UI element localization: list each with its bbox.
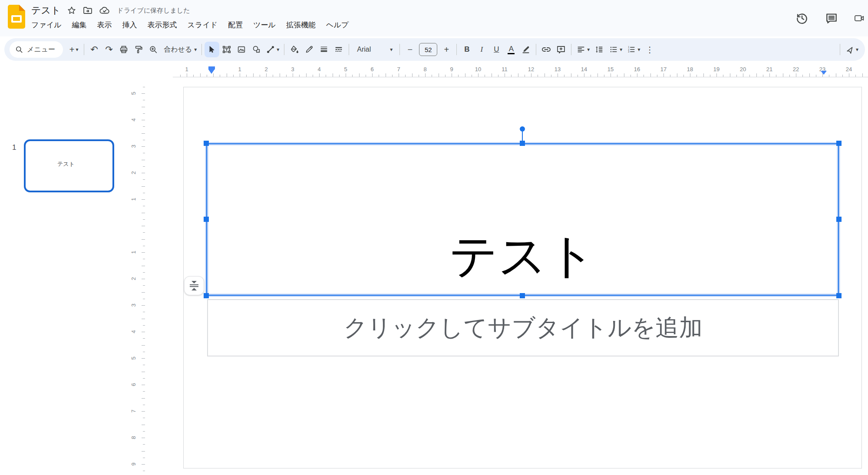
bold-button[interactable]: B bbox=[459, 42, 474, 57]
comments-icon[interactable] bbox=[825, 11, 838, 25]
menu-file[interactable]: ファイル bbox=[26, 18, 67, 32]
highlight-color-button[interactable] bbox=[518, 42, 533, 57]
increase-font-size-button[interactable]: + bbox=[439, 42, 454, 57]
bulleted-list-caret-icon[interactable]: ▾ bbox=[620, 46, 622, 53]
version-history-icon[interactable] bbox=[795, 11, 809, 25]
subtitle-placeholder-text: クリックしてサブタイトルを追加 bbox=[343, 312, 702, 344]
menu-slide[interactable]: スライド bbox=[182, 18, 223, 32]
zoom-fit-button[interactable]: 合わせる▾ bbox=[161, 42, 199, 57]
menu-help[interactable]: ヘルプ bbox=[321, 18, 354, 32]
ruler-tick bbox=[498, 75, 498, 77]
ruler-tick bbox=[657, 75, 657, 77]
ruler-tick bbox=[142, 398, 145, 399]
slides-logo-icon[interactable] bbox=[8, 5, 25, 29]
new-slide-caret-icon[interactable]: ▾ bbox=[76, 46, 78, 53]
text-box-button[interactable] bbox=[219, 42, 234, 57]
resize-handle-bottom-left[interactable] bbox=[204, 293, 209, 298]
ruler-number: 2 bbox=[130, 171, 137, 174]
menu-search-button[interactable]: メニュー bbox=[10, 41, 63, 58]
insert-link-button[interactable] bbox=[539, 42, 554, 57]
move-to-folder-icon[interactable] bbox=[83, 5, 93, 16]
resize-handle-bottom-center[interactable] bbox=[520, 293, 525, 298]
redo-button[interactable]: ↷ bbox=[102, 42, 116, 57]
rotation-handle[interactable] bbox=[520, 126, 525, 132]
ruler-tick bbox=[142, 345, 145, 346]
menu-format[interactable]: 表示形式 bbox=[142, 18, 182, 32]
star-icon[interactable] bbox=[67, 6, 76, 15]
resize-handle-top-right[interactable] bbox=[836, 141, 842, 146]
ruler-number: 5 bbox=[130, 356, 137, 360]
undo-button[interactable]: ↶ bbox=[87, 42, 102, 57]
border-weight-button[interactable] bbox=[317, 42, 331, 57]
fill-color-button[interactable] bbox=[287, 42, 302, 57]
menu-extensions[interactable]: 拡張機能 bbox=[281, 18, 321, 32]
resize-handle-top-center[interactable] bbox=[520, 141, 525, 146]
menu-arrange[interactable]: 配置 bbox=[223, 18, 248, 32]
document-title[interactable]: テスト bbox=[31, 4, 61, 17]
menu-edit[interactable]: 編集 bbox=[67, 18, 92, 32]
title-textbox-selection[interactable] bbox=[206, 143, 839, 296]
menu-tools[interactable]: ツール bbox=[248, 18, 281, 32]
ruler-tick bbox=[142, 160, 145, 160]
resize-handle-middle-right[interactable] bbox=[836, 217, 842, 222]
pointer-tool-caret-icon[interactable]: ▾ bbox=[856, 46, 858, 53]
resize-handle-top-left[interactable] bbox=[204, 141, 209, 146]
ruler-number: 20 bbox=[740, 66, 746, 73]
font-family-button[interactable]: Arial ▾ bbox=[352, 42, 397, 57]
pointer-tool-button[interactable]: ▾ bbox=[843, 42, 861, 57]
subtitle-placeholder-box[interactable]: クリックしてサブタイトルを追加 bbox=[207, 299, 839, 356]
ruler-tick bbox=[511, 75, 512, 77]
italic-button[interactable]: I bbox=[474, 42, 489, 57]
slide-thumbnail[interactable]: テスト bbox=[24, 139, 114, 192]
ruler-tick bbox=[432, 75, 432, 77]
print-button[interactable] bbox=[116, 42, 131, 57]
ruler-tick bbox=[558, 73, 558, 77]
add-comment-button[interactable] bbox=[554, 42, 568, 57]
underline-button[interactable]: U bbox=[489, 42, 504, 57]
zoom-button[interactable] bbox=[146, 42, 161, 57]
slide-thumbnail-title: テスト bbox=[26, 160, 106, 168]
bulleted-list-button[interactable]: ▾ bbox=[607, 42, 624, 57]
paint-format-button[interactable] bbox=[131, 42, 146, 57]
ruler-number: 7 bbox=[130, 409, 137, 412]
insert-shape-button[interactable] bbox=[249, 42, 264, 57]
border-dash-button[interactable] bbox=[331, 42, 346, 57]
numbered-list-button[interactable]: 123 ▾ bbox=[624, 42, 642, 57]
meet-camera-icon[interactable] bbox=[854, 11, 868, 25]
menu-bar: ファイル 編集 表示 挿入 表示形式 スライド 配置 ツール 拡張機能 ヘルプ bbox=[26, 18, 354, 32]
new-slide-button[interactable]: +▾ bbox=[66, 42, 81, 57]
left-indent-marker-icon[interactable] bbox=[208, 69, 215, 74]
right-indent-marker-icon[interactable] bbox=[821, 71, 827, 75]
ruler-number: 2 bbox=[264, 66, 267, 73]
select-tool-button[interactable] bbox=[205, 42, 219, 57]
line-caret-icon[interactable]: ▾ bbox=[277, 46, 279, 53]
decrease-font-size-button[interactable]: − bbox=[403, 42, 417, 57]
align-caret-icon[interactable]: ▾ bbox=[587, 46, 590, 53]
ruler-tick bbox=[842, 75, 843, 77]
insert-line-button[interactable]: ▾ bbox=[264, 42, 281, 57]
ruler-tick bbox=[862, 73, 863, 77]
menu-view[interactable]: 表示 bbox=[92, 18, 117, 32]
line-spacing-button[interactable] bbox=[592, 42, 607, 57]
border-color-button[interactable] bbox=[302, 42, 317, 57]
indent-marker-rect[interactable] bbox=[208, 66, 215, 69]
ruler-tick bbox=[143, 378, 145, 379]
cloud-saved-icon[interactable] bbox=[99, 5, 110, 16]
resize-handle-bottom-right[interactable] bbox=[836, 293, 842, 298]
align-button[interactable]: ▾ bbox=[574, 42, 592, 57]
text-color-button[interactable]: A bbox=[504, 42, 518, 57]
ruler-tick bbox=[142, 319, 145, 319]
insert-image-button[interactable] bbox=[234, 42, 249, 57]
horizontal-ruler[interactable]: 1123456789101112131415161718192021222324 bbox=[173, 65, 868, 77]
spacing-drag-handle[interactable] bbox=[184, 276, 204, 295]
ruler-tick bbox=[723, 75, 723, 77]
ruler-tick bbox=[143, 87, 145, 87]
more-options-button[interactable]: ⋮ bbox=[642, 42, 657, 57]
ruler-tick bbox=[372, 73, 373, 77]
resize-handle-middle-left[interactable] bbox=[204, 217, 209, 222]
vertical-ruler[interactable]: 12345123456789 bbox=[129, 77, 147, 475]
font-size-input[interactable]: 52 bbox=[419, 43, 437, 56]
numbered-list-caret-icon[interactable]: ▾ bbox=[637, 46, 640, 53]
save-status-text[interactable]: ドライブに保存しました bbox=[117, 7, 190, 15]
menu-insert[interactable]: 挿入 bbox=[117, 18, 142, 32]
